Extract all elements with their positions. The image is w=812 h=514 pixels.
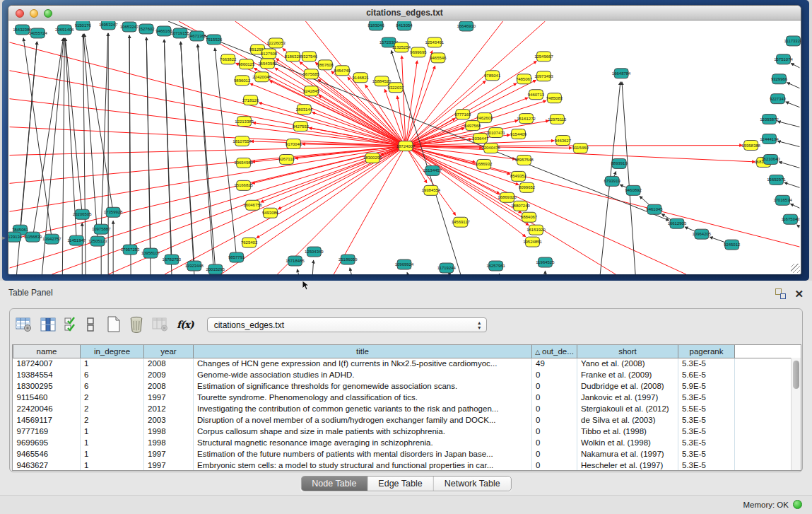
graph-node[interactable]: 15166825 — [234, 180, 253, 190]
graph-node[interactable]: 15958388 — [741, 141, 760, 151]
graph-node[interactable]: 8893919 — [611, 158, 628, 168]
graph-edge[interactable] — [84, 34, 113, 212]
graph-node[interactable]: 17359928 — [104, 207, 123, 217]
graph-node[interactable]: 10975887 — [92, 224, 111, 234]
table-row[interactable]: 2242004622012Investigating the contribut… — [13, 403, 792, 414]
graph-node[interactable]: 8413054 — [396, 21, 413, 30]
graph-node[interactable]: 7515526 — [206, 35, 223, 45]
column-header-out_degree[interactable]: △out_de... — [532, 345, 577, 358]
graph-node[interactable]: 9329966 — [771, 74, 788, 84]
graph-node[interactable]: 19384554 — [422, 185, 441, 195]
graph-node[interactable]: 11173324 — [784, 36, 801, 46]
graph-node[interactable]: 13942757 — [42, 234, 61, 244]
graph-node[interactable]: 25186059 — [339, 255, 358, 264]
graph-node[interactable]: 16782753 — [163, 255, 182, 264]
graph-edge[interactable] — [62, 38, 64, 274]
graph-node[interactable]: 9267110 — [278, 154, 295, 164]
graph-node[interactable]: 12093872 — [760, 115, 779, 124]
graph-node[interactable]: 9785041 — [484, 71, 501, 81]
graph-node[interactable]: 9139134 — [8, 232, 23, 242]
graph-edge[interactable] — [259, 103, 406, 146]
function-builder-icon[interactable]: f(x) — [177, 319, 194, 330]
table-row[interactable]: 1938455462009Genome-wide association stu… — [13, 369, 792, 380]
graph-node[interactable]: 8099652 — [519, 182, 536, 192]
graph-node[interactable]: 16210643 — [761, 154, 780, 164]
graph-edge[interactable] — [779, 162, 799, 168]
close-panel-icon[interactable]: ✕ — [794, 288, 804, 299]
column-header-pagerank[interactable]: pagerank — [678, 345, 735, 358]
table-row[interactable]: 946362711997Embryonic stem cells: a mode… — [13, 460, 792, 471]
graph-node[interactable]: 22040476 — [481, 144, 500, 153]
graph-node[interactable]: 11325254 — [392, 42, 411, 52]
table-row[interactable]: 1830029562008Estimation of significance … — [13, 380, 792, 392]
graph-node[interactable]: 9860125 — [238, 59, 255, 69]
graph-node[interactable]: 9463627 — [555, 136, 572, 146]
graph-edge[interactable] — [622, 82, 635, 274]
graph-node[interactable]: 12549667 — [534, 52, 553, 62]
graph-edge[interactable] — [791, 63, 799, 67]
graph-node[interactable]: 8183046 — [367, 21, 384, 30]
window-resize-grip[interactable] — [791, 264, 800, 273]
graph-edge[interactable] — [786, 102, 800, 107]
graph-node[interactable]: 1527602 — [138, 24, 155, 34]
graph-node[interactable]: 18724007 — [396, 141, 416, 151]
graph-node[interactable]: 14569117 — [452, 217, 471, 227]
column-header-name[interactable]: name — [13, 345, 81, 358]
graph-edge[interactable] — [297, 269, 298, 274]
graph-node[interactable]: 9242845 — [303, 86, 320, 96]
graph-node[interactable]: 8454749 — [334, 66, 351, 76]
graph-node[interactable]: 9884067 — [521, 212, 538, 222]
graph-node[interactable]: 16151920 — [526, 225, 546, 235]
graph-node[interactable]: 7485067 — [516, 74, 533, 84]
graph-node[interactable]: 9327546 — [301, 52, 318, 62]
graph-node[interactable]: 15134457 — [423, 165, 442, 175]
network-canvas[interactable]: 1543238414055724206914069150176169532471… — [8, 21, 801, 274]
graph-node[interactable]: 18957548 — [514, 155, 534, 165]
graph-node[interactable]: 9127508 — [261, 49, 278, 59]
graph-node[interactable]: 9245012 — [724, 240, 741, 250]
graph-node[interactable]: 15718485 — [286, 256, 305, 266]
table-settings-icon[interactable] — [16, 317, 33, 332]
graph-node[interactable]: 20691406 — [55, 25, 74, 35]
table-select-dropdown[interactable]: citations_edges.txt ▲▼ — [207, 317, 487, 332]
tab-node-table[interactable]: Node Table — [301, 477, 367, 491]
graph-node[interactable]: 10964205 — [693, 229, 712, 239]
graph-node[interactable]: 8427552 — [293, 122, 310, 132]
graph-node[interactable]: 10653247 — [120, 22, 139, 32]
graph-node[interactable]: 9154409 — [510, 129, 527, 139]
graph-node[interactable]: 12213383 — [235, 117, 254, 127]
graph-node[interactable]: 7625402 — [241, 238, 258, 247]
table-row[interactable]: 969969511998Structural magnetic resonanc… — [13, 437, 792, 448]
graph-edge[interactable] — [181, 42, 194, 274]
graph-node[interactable]: 7663822 — [220, 54, 237, 64]
row-validate-icon[interactable] — [64, 317, 78, 332]
graph-node[interactable]: 18107554 — [233, 136, 252, 146]
graph-edge[interactable] — [10, 146, 406, 212]
graph-node[interactable]: 22420046 — [252, 72, 271, 82]
graph-node[interactable]: 12543491 — [425, 37, 445, 47]
graph-node[interactable]: 19524851 — [523, 237, 542, 247]
graph-node[interactable]: 9227343 — [770, 94, 787, 104]
graph-node[interactable]: 16953247 — [99, 21, 118, 30]
tab-network-table[interactable]: Network Table — [434, 477, 511, 491]
graph-node[interactable]: 10969924 — [395, 259, 414, 269]
graph-node[interactable]: 9896012 — [234, 76, 251, 86]
graph-node[interactable]: 12505123 — [88, 236, 107, 246]
graph-node[interactable]: 16648784 — [612, 69, 631, 78]
graph-node[interactable]: 2718126 — [242, 95, 259, 105]
graph-node[interactable]: 11675343 — [781, 214, 800, 224]
graph-node[interactable]: 9461045 — [646, 204, 663, 214]
tab-edge-table[interactable]: Edge Table — [367, 477, 433, 491]
graph-node[interactable]: 2036447 — [472, 134, 489, 144]
graph-node[interactable]: 9170046 — [286, 139, 302, 149]
graph-node[interactable]: 15692971 — [767, 175, 786, 185]
graph-node[interactable]: 9115460 — [572, 144, 589, 153]
graph-edge[interactable] — [406, 146, 529, 226]
graph-edge[interactable] — [406, 146, 616, 274]
graph-node[interactable]: 18807249 — [511, 201, 530, 211]
graph-node[interactable]: 15751074 — [774, 54, 793, 64]
graph-edge[interactable] — [10, 146, 406, 240]
graph-node[interactable]: 11156839 — [24, 232, 42, 242]
graph-node[interactable]: 9465546 — [430, 53, 447, 63]
graph-edge[interactable] — [10, 42, 406, 146]
